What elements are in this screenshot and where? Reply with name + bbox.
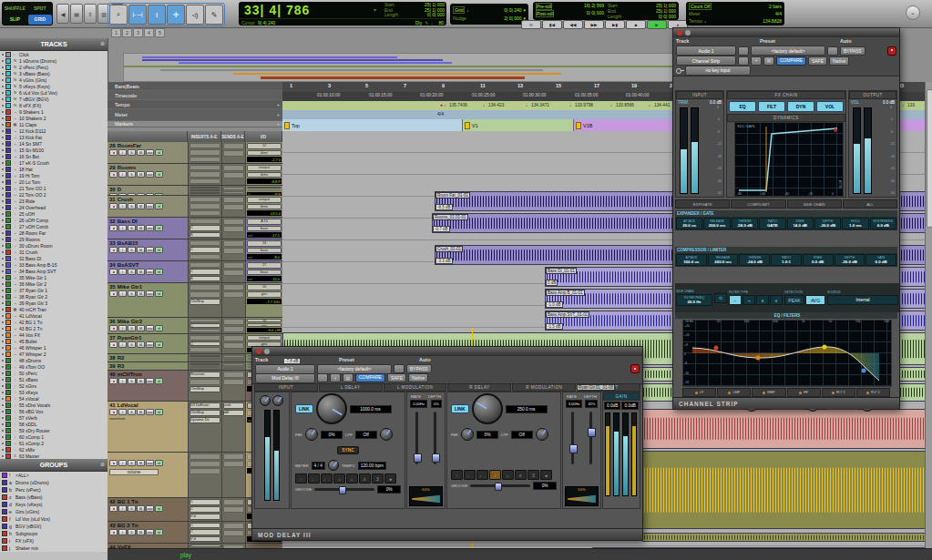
groove-value[interactable]: 0%: [533, 482, 557, 490]
track-list-item[interactable]: ↓ 56 xBG Vox: [0, 408, 108, 414]
band-enable-icon[interactable]: [832, 392, 835, 394]
track-list-item[interactable]: N 8 vFX (FX): [0, 102, 108, 108]
insert-slot[interactable]: D: [189, 189, 220, 191]
ruler-add-icon[interactable]: +: [277, 121, 280, 127]
slider-thumb[interactable]: [414, 453, 422, 463]
track-show-dot[interactable]: [2, 92, 4, 94]
track-list-item[interactable]: N 4 vGtrs (Gtrs): [0, 76, 108, 83]
insert-slot[interactable]: [189, 453, 220, 460]
send-slot[interactable]: [223, 453, 244, 460]
track-show-dot[interactable]: [2, 60, 4, 62]
insert-slot[interactable]: [189, 291, 220, 298]
clip-gain-badge[interactable]: -3.3 dB: [435, 258, 453, 264]
tracks-menu-icon[interactable]: ⊙: [100, 40, 105, 46]
insert-slot[interactable]: B: [189, 276, 220, 281]
record-enable-button[interactable]: [109, 247, 118, 253]
insert-slot[interactable]: [189, 329, 220, 332]
track-show-dot[interactable]: [2, 213, 4, 215]
count-off-value[interactable]: 2 bars: [769, 4, 782, 9]
solo-button[interactable]: S: [128, 269, 136, 275]
track-show-dot[interactable]: [2, 379, 4, 381]
dynamics-tab[interactable]: COMP/LIMIT: [731, 199, 785, 209]
transport-button[interactable]: ▶▮: [605, 20, 625, 29]
band-enable-icon[interactable]: [799, 392, 802, 394]
target-icon[interactable]: [630, 364, 640, 373]
insert-slot[interactable]: C: [189, 523, 220, 528]
input-monitor-button[interactable]: I: [118, 529, 127, 535]
group-list-item[interactable]: g BGV (vBGV): [0, 523, 108, 530]
track-show-dot[interactable]: [2, 105, 4, 107]
output-selector[interactable]: gtrs: [247, 291, 282, 298]
track-name[interactable]: D: [118, 187, 121, 192]
safe-button[interactable]: SAFE: [387, 373, 406, 382]
track-list-item[interactable]: → 13 Kick Fat: [0, 134, 108, 140]
track-list-item[interactable]: → 35 Mike Gtr 1: [0, 274, 108, 280]
edit-tool-button[interactable]: ⊦⊣: [128, 5, 147, 25]
track-view-selector[interactable]: wav: [146, 378, 154, 384]
automation-mode-button[interactable]: rd: [155, 409, 163, 415]
right-feedback-value[interactable]: 0%: [476, 431, 498, 439]
right-feedback-knob[interactable]: [461, 428, 474, 441]
track-header[interactable]: 30D I S M wav rd C D C: [108, 186, 282, 196]
tempo-value[interactable]: 120.00 bpm: [358, 462, 386, 470]
left-depth-value[interactable]: 0%: [431, 400, 442, 408]
track-selector[interactable]: Audio 1: [255, 364, 315, 374]
edit-mode-button[interactable]: SHUFFLE: [3, 3, 27, 14]
dynamics-param[interactable]: RATIOGATE: [759, 218, 785, 229]
insert-slot[interactable]: C: [189, 269, 220, 274]
track-show-dot[interactable]: [2, 449, 4, 451]
track-list-item[interactable]: → 20 Lo Tom: [0, 178, 108, 185]
track-list-item[interactable]: → 14 Sn SM7: [0, 140, 108, 147]
mute-button[interactable]: M: [137, 378, 145, 384]
insert-slot[interactable]: [189, 358, 220, 360]
insert-slot[interactable]: V d: [189, 536, 220, 542]
automation-mode-button[interactable]: rd: [155, 149, 163, 156]
selection-length[interactable]: 0| 0| 000: [427, 13, 445, 18]
minimize-window-icon[interactable]: [264, 349, 270, 354]
universe-view[interactable]: [123, 53, 681, 82]
filter-type-lowpass-icon[interactable]: ⌐: [729, 295, 742, 305]
group-list-item[interactable]: h Subgroups: [0, 530, 108, 537]
next-preset-icon[interactable]: +: [751, 56, 762, 66]
track-list-item[interactable]: ↓ 58 xDDL: [0, 421, 108, 427]
mute-button[interactable]: M: [137, 225, 145, 231]
dynamics-param[interactable]: HOLD1.0 ms: [842, 218, 868, 229]
transport-button[interactable]: ▶: [647, 20, 667, 29]
pre-roll-value[interactable]: 16| 2| 569: [584, 3, 604, 10]
track-list-item[interactable]: ↓ 52 xGtrs: [0, 382, 108, 389]
sync-button[interactable]: SYNC: [337, 446, 358, 454]
track-list-item[interactable]: ↓ 49 xTom OO: [0, 363, 108, 370]
send-slot[interactable]: [223, 197, 244, 203]
solo-button[interactable]: S: [128, 247, 136, 253]
send-slot[interactable]: [223, 284, 244, 290]
mute-button[interactable]: M: [137, 460, 145, 466]
save-preset-icon[interactable]: ▤: [343, 373, 353, 382]
send-slot[interactable]: [223, 240, 244, 247]
tempo-event[interactable]: ♩ 133.: [902, 102, 916, 107]
input-trim-knob[interactable]: [272, 395, 283, 406]
io-column-header[interactable]: I/O: [245, 131, 282, 142]
preset-selector[interactable]: <factory default>: [751, 46, 825, 56]
track-show-dot[interactable]: [2, 455, 4, 457]
zoom-preset-button[interactable]: 2: [122, 28, 132, 37]
volume-readout[interactable]: -2.7 0: [247, 157, 282, 162]
send-slot[interactable]: [223, 150, 244, 157]
record-enable-button[interactable]: [109, 203, 118, 209]
track-show-dot[interactable]: [2, 334, 4, 336]
record-enable-button[interactable]: [109, 460, 118, 466]
tempo-event[interactable]: ♩ 133.8566: [610, 102, 634, 107]
track-list-item[interactable]: → 32 Bass DI: [0, 255, 108, 261]
volume-readout[interactable]: vol -17.1: [247, 232, 282, 238]
track-show-dot[interactable]: [2, 79, 4, 81]
mute-button[interactable]: M: [137, 341, 145, 348]
groups-panel-header[interactable]: GROUPS ⊙: [0, 459, 108, 472]
ruler-add-icon[interactable]: +: [277, 112, 280, 117]
group-list-item[interactable]: a Drums (vDrums): [0, 479, 108, 486]
track-header[interactable]: 36Mike Gtr2 I S M wav rd C: [108, 318, 282, 334]
note-duration-button[interactable]: ♪: [489, 470, 501, 480]
grid-dropdown-icon[interactable]: ▾: [523, 7, 526, 13]
track-show-dot[interactable]: [2, 443, 4, 444]
left-mix[interactable]: 60%: [409, 486, 443, 506]
dynamics-param[interactable]: THRESH-58.0 dB: [732, 218, 758, 229]
automation-mode-button[interactable]: rd: [155, 203, 163, 209]
